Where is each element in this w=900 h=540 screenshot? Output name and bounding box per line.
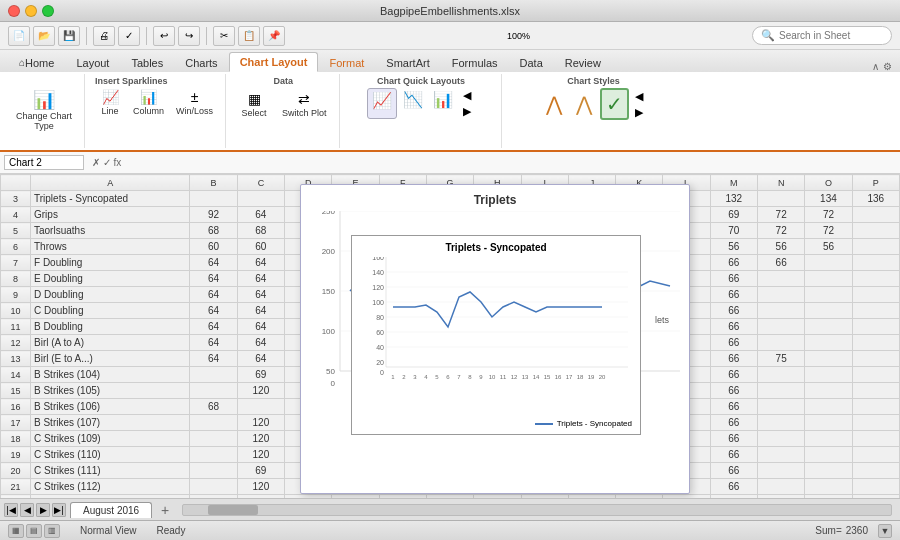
cell-22-10[interactable] xyxy=(663,495,710,499)
cell-11-12[interactable] xyxy=(758,319,805,335)
row-header-20[interactable]: 20 xyxy=(1,463,31,479)
cell-label-6[interactable]: Throws xyxy=(31,239,190,255)
cell-label-19[interactable]: C Strikes (110) xyxy=(31,447,190,463)
cell-7-0[interactable]: 64 xyxy=(190,255,237,271)
cell-12-1[interactable]: 64 xyxy=(237,335,284,351)
cell-6-1[interactable]: 60 xyxy=(237,239,284,255)
cell-12-11[interactable]: 66 xyxy=(710,335,757,351)
cell-10-12[interactable] xyxy=(758,303,805,319)
name-box[interactable] xyxy=(4,155,84,170)
cell-4-0[interactable]: 92 xyxy=(190,207,237,223)
cell-16-0[interactable]: 68 xyxy=(190,399,237,415)
minimize-button[interactable] xyxy=(25,5,37,17)
cell-22-5[interactable] xyxy=(426,495,473,499)
tab-prev-button[interactable]: ◀ xyxy=(20,503,34,517)
cell-13-14[interactable] xyxy=(852,351,899,367)
formula-input[interactable] xyxy=(129,157,896,168)
maximize-button[interactable] xyxy=(42,5,54,17)
cell-15-14[interactable] xyxy=(852,383,899,399)
cell-label-5[interactable]: Taorlsuaths xyxy=(31,223,190,239)
tab-chart-layout[interactable]: Chart Layout xyxy=(229,52,319,72)
cell-22-1[interactable]: 120 xyxy=(237,495,284,499)
cell-22-9[interactable] xyxy=(616,495,663,499)
search-input[interactable] xyxy=(779,30,883,41)
cell-6-0[interactable]: 60 xyxy=(190,239,237,255)
spell-check-button[interactable]: ✓ xyxy=(118,26,140,46)
col-header-n[interactable]: N xyxy=(758,175,805,191)
cell-3-14[interactable]: 136 xyxy=(852,191,899,207)
cell-21-1[interactable]: 120 xyxy=(237,479,284,495)
col-header-o[interactable]: O xyxy=(805,175,852,191)
tab-format[interactable]: Format xyxy=(318,52,375,72)
main-chart[interactable]: Triplets 250 200 150 100 50 0 xyxy=(300,184,690,494)
cell-11-13[interactable] xyxy=(805,319,852,335)
tab-last-button[interactable]: ▶| xyxy=(52,503,66,517)
style-2-button[interactable]: ⋀ xyxy=(570,90,598,118)
tab-first-button[interactable]: |◀ xyxy=(4,503,18,517)
cell-22-13[interactable] xyxy=(805,495,852,499)
style-3-button[interactable]: ✓ xyxy=(600,88,629,120)
tab-formulas[interactable]: Formulas xyxy=(441,52,509,72)
row-header-10[interactable]: 10 xyxy=(1,303,31,319)
cell-22-0[interactable] xyxy=(190,495,237,499)
settings-icon[interactable]: ⚙ xyxy=(883,61,892,72)
cell-18-14[interactable] xyxy=(852,431,899,447)
cell-label-17[interactable]: B Strikes (107) xyxy=(31,415,190,431)
cell-14-0[interactable] xyxy=(190,367,237,383)
cell-8-12[interactable] xyxy=(758,271,805,287)
copy-button[interactable]: 📋 xyxy=(238,26,260,46)
cell-8-13[interactable] xyxy=(805,271,852,287)
cell-7-11[interactable]: 66 xyxy=(710,255,757,271)
cell-22-8[interactable] xyxy=(568,495,615,499)
cell-10-1[interactable]: 64 xyxy=(237,303,284,319)
cell-label-15[interactable]: B Strikes (105) xyxy=(31,383,190,399)
cell-19-13[interactable] xyxy=(805,447,852,463)
cell-18-13[interactable] xyxy=(805,431,852,447)
cell-10-13[interactable] xyxy=(805,303,852,319)
tab-tables[interactable]: Tables xyxy=(120,52,174,72)
horizontal-scrollbar[interactable] xyxy=(182,504,892,516)
cell-8-11[interactable]: 66 xyxy=(710,271,757,287)
cell-16-12[interactable] xyxy=(758,399,805,415)
cell-5-14[interactable] xyxy=(852,223,899,239)
cell-22-4[interactable] xyxy=(379,495,426,499)
cell-9-12[interactable] xyxy=(758,287,805,303)
cell-12-12[interactable] xyxy=(758,335,805,351)
row-header-11[interactable]: 11 xyxy=(1,319,31,335)
cell-13-1[interactable]: 64 xyxy=(237,351,284,367)
save-button[interactable]: 💾 xyxy=(58,26,80,46)
cell-18-0[interactable] xyxy=(190,431,237,447)
cell-label-11[interactable]: B Doubling xyxy=(31,319,190,335)
redo-button[interactable]: ↪ xyxy=(178,26,200,46)
page-break-button[interactable]: ▥ xyxy=(44,524,60,538)
cell-label-16[interactable]: B Strikes (106) xyxy=(31,399,190,415)
normal-view-button[interactable]: ▦ xyxy=(8,524,24,538)
cell-label-12[interactable]: Birl (A to A) xyxy=(31,335,190,351)
row-header-4[interactable]: 4 xyxy=(1,207,31,223)
cell-10-0[interactable]: 64 xyxy=(190,303,237,319)
undo-button[interactable]: ↩ xyxy=(153,26,175,46)
switch-plot-button[interactable]: ⇄ Switch Plot xyxy=(278,90,331,120)
cell-20-13[interactable] xyxy=(805,463,852,479)
cell-14-12[interactable] xyxy=(758,367,805,383)
cell-19-11[interactable]: 66 xyxy=(710,447,757,463)
cell-11-11[interactable]: 66 xyxy=(710,319,757,335)
cell-14-1[interactable]: 69 xyxy=(237,367,284,383)
cell-16-1[interactable] xyxy=(237,399,284,415)
cell-7-12[interactable]: 66 xyxy=(758,255,805,271)
tab-next-button[interactable]: ▶ xyxy=(36,503,50,517)
cell-6-12[interactable]: 56 xyxy=(758,239,805,255)
cell-22-2[interactable] xyxy=(285,495,332,499)
cell-15-0[interactable] xyxy=(190,383,237,399)
tab-layout[interactable]: Layout xyxy=(65,52,120,72)
row-header-15[interactable]: 15 xyxy=(1,383,31,399)
cell-20-1[interactable]: 69 xyxy=(237,463,284,479)
fx-button[interactable]: ✗ ✓ fx xyxy=(88,157,125,168)
cell-13-13[interactable] xyxy=(805,351,852,367)
change-chart-type-button[interactable]: 📊 Change ChartType xyxy=(12,89,76,133)
col-header-a[interactable]: A xyxy=(31,175,190,191)
cell-10-11[interactable]: 66 xyxy=(710,303,757,319)
cell-label-4[interactable]: Grips xyxy=(31,207,190,223)
cell-3-1[interactable] xyxy=(237,191,284,207)
cell-21-13[interactable] xyxy=(805,479,852,495)
